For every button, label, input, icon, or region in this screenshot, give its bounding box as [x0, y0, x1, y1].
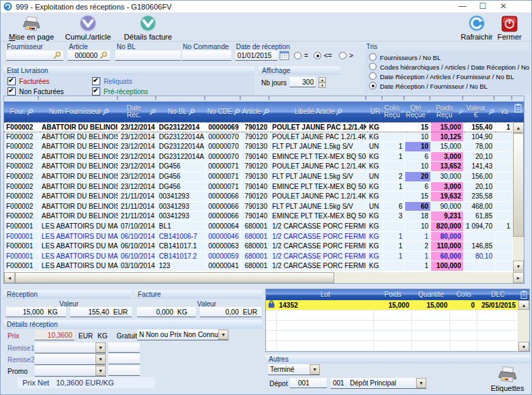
nb-jours-input[interactable]: 300	[290, 77, 316, 87]
remise1-select[interactable]: ▼	[35, 342, 106, 353]
sort-magnifier-icon[interactable]	[458, 108, 463, 115]
column-header-valeur[interactable]: Valeur €	[464, 102, 495, 122]
lot-column-header-icon[interactable]	[266, 289, 277, 300]
scroll-left-icon[interactable]: ◄	[4, 272, 15, 283]
column-splitter[interactable]: ↕	[510, 95, 513, 101]
column-header-nom[interactable]: Nom Fournisseur	[40, 102, 119, 122]
depot-code-input[interactable]: 001	[290, 378, 327, 388]
chevron-down-icon[interactable]: ▼	[95, 342, 106, 353]
column-splitter[interactable]: ↕	[239, 95, 241, 101]
table-row[interactable]: F000002ABATTOIR DU BELINOIS23/12/2014DG4…	[4, 162, 513, 172]
sort-magnifier-icon[interactable]	[188, 108, 195, 115]
column-header-qte[interactable]: Qté Reçue	[405, 102, 431, 122]
grid-vertical-scrollbar[interactable]: ▲ ▼	[513, 122, 524, 272]
column-splitter[interactable]: ↕	[364, 95, 367, 101]
date-reception-input[interactable]: 01/01/2015	[235, 50, 278, 61]
table-row[interactable]: F000002ABATTOIR DU BELINOIS23/12/2014DG2…	[4, 142, 513, 152]
column-splitter[interactable]: ↕	[203, 95, 206, 101]
article-input[interactable]: 000000	[68, 50, 110, 61]
sort-magnifier-icon[interactable]	[336, 108, 342, 115]
minimize-button[interactable]: —	[452, 1, 473, 12]
calendar-icon[interactable]	[280, 50, 289, 60]
chevron-down-icon[interactable]: ▼	[95, 366, 106, 376]
column-splitter[interactable]: ↕	[381, 95, 383, 101]
pre-receptions-checkbox[interactable]	[92, 87, 100, 96]
facturees-checkbox[interactable]	[8, 77, 16, 85]
sort-magnifier-icon[interactable]	[401, 108, 404, 115]
fermer-button[interactable]: Fermer	[493, 14, 526, 41]
cumul-article-button[interactable]: Cumul./article	[61, 14, 115, 41]
search-icon[interactable]	[100, 51, 108, 59]
stepper-down-icon[interactable]: ▼	[319, 83, 326, 88]
grid-horizontal-scrollbar[interactable]: ◄ ►	[4, 272, 524, 283]
statut-select[interactable]: Terminé ▼	[268, 364, 320, 375]
promo-select[interactable]: ▼	[35, 366, 106, 377]
tris-option-4-radio[interactable]	[369, 82, 376, 89]
sort-magnifier-icon[interactable]	[149, 108, 156, 115]
scroll-thumb[interactable]	[15, 272, 334, 283]
close-button[interactable]: ✕	[493, 1, 514, 12]
non-facturees-checkbox[interactable]	[8, 87, 16, 96]
sort-magnifier-icon[interactable]	[488, 108, 494, 115]
details-facture-button[interactable]: Détails facture	[118, 14, 178, 41]
table-row[interactable]: F000002ABATTOIR DU BELINOIS23/12/2014DG2…	[4, 152, 513, 162]
no-commande-input[interactable]	[182, 50, 231, 61]
column-header-colis[interactable]: Colis Reçu	[383, 102, 405, 122]
table-row[interactable]: F000002ABATTOIR DU BELINOIS23/12/2014DG2…	[4, 122, 513, 132]
column-header-four[interactable]: Four.	[4, 102, 40, 122]
prix-input[interactable]: 10,3600	[35, 330, 74, 340]
column-header-date[interactable]: Date Réc.	[119, 102, 157, 122]
maximize-button[interactable]: ☐	[473, 1, 493, 12]
gratuit-select[interactable]: N Non ou Prix Non Connu ▼	[137, 330, 228, 340]
column-splitter[interactable]: ↕	[428, 95, 431, 101]
column-splitter[interactable]: ↕	[154, 95, 157, 101]
scroll-down-icon[interactable]: ▼	[518, 342, 529, 351]
tris-option-3-radio[interactable]	[369, 72, 376, 80]
lot-column-header-poids[interactable]: Poids	[374, 289, 412, 300]
scroll-thumb[interactable]	[513, 133, 524, 237]
sort-magnifier-icon[interactable]	[27, 108, 33, 115]
chevron-down-icon[interactable]: ▼	[416, 378, 426, 388]
stepper-up-icon[interactable]: ▲	[319, 77, 326, 83]
lot-column-header-dlc[interactable]: DLC	[477, 289, 518, 300]
column-splitter[interactable]: ↕	[267, 95, 270, 101]
scroll-right-icon[interactable]: ►	[513, 272, 524, 283]
table-row[interactable]: F000001LES ABATTOIRS DU MAINE03/10/20141…	[4, 261, 513, 272]
lot-column-header-colis[interactable]: Colis	[450, 289, 477, 300]
tris-option-1-radio[interactable]	[369, 53, 376, 61]
table-row[interactable]: F000002ABATTOIR DU BELINOIS21/11/2014003…	[4, 202, 513, 212]
column-header-bl[interactable]: No BL	[157, 102, 206, 122]
table-row[interactable]: F000001LES ABATTOIRS DU MAINE06/10/2014C…	[4, 232, 513, 242]
column-splitter[interactable]: ↕	[492, 95, 495, 101]
column-splitter[interactable]: ↕	[116, 95, 119, 101]
column-header-ur[interactable]: UR	[367, 102, 383, 122]
column-header-va[interactable]: Va	[495, 102, 513, 122]
reliquats-checkbox[interactable]	[92, 77, 100, 85]
search-icon[interactable]	[53, 51, 61, 59]
depot-select[interactable]: 001 Dépôt Principal ▼	[331, 378, 426, 389]
lot-column-header-lot[interactable]: Lot	[277, 289, 374, 300]
remise1-amount-field[interactable]	[108, 342, 140, 353]
clipboard-icon[interactable]	[514, 104, 522, 113]
scroll-down-icon[interactable]: ▼	[513, 261, 524, 272]
column-splitter[interactable]: ↕	[402, 95, 405, 101]
column-header-cde[interactable]: No CDE	[206, 102, 241, 122]
date-compare-gt-radio[interactable]	[339, 52, 346, 59]
lot-row[interactable]: 1435215,00015,000025/01/2015	[266, 300, 529, 310]
sort-magnifier-icon[interactable]	[263, 108, 269, 115]
table-row[interactable]: F000002ABATTOIR DU BELINOIS21/11/2014003…	[4, 192, 513, 202]
lot-column-header-quantite[interactable]: Quantite	[412, 289, 450, 300]
remise2-amount-field[interactable]	[108, 354, 140, 364]
table-row[interactable]: F000001LES ABATTOIRS DU MAINE06/10/2014C…	[4, 252, 513, 262]
sort-magnifier-icon[interactable]	[233, 108, 240, 115]
tris-option-2-radio[interactable]	[369, 63, 376, 70]
sort-magnifier-icon[interactable]	[102, 108, 109, 115]
mise-en-page-button[interactable]: Mise en page	[3, 14, 59, 41]
column-splitter[interactable]: ↕	[461, 95, 464, 101]
no-bl-input[interactable]	[115, 50, 181, 61]
date-compare-lte-radio[interactable]	[314, 52, 321, 59]
column-header-poids[interactable]: Poids Reçu	[431, 102, 464, 122]
table-row[interactable]: F000002ABATTOIR DU BELINOIS21/11/2014003…	[4, 211, 513, 222]
sort-magnifier-icon[interactable]	[427, 108, 430, 115]
scroll-up-icon[interactable]: ▲	[513, 122, 524, 133]
